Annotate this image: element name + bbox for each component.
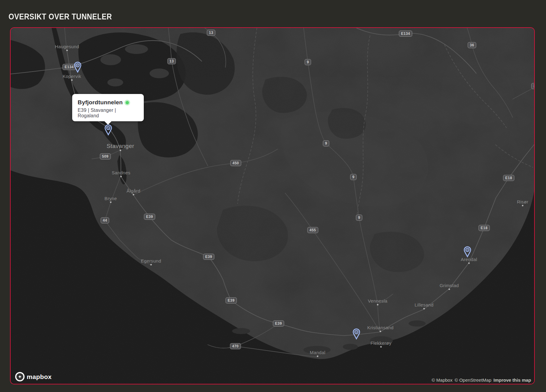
road-shield: E39: [273, 320, 284, 327]
mapbox-logo[interactable]: mapbox: [15, 372, 52, 381]
road-shield: E18: [503, 175, 514, 181]
road-shield: 9: [323, 140, 329, 146]
tunnel-marker[interactable]: [353, 328, 360, 340]
road-shield: 36: [468, 42, 476, 48]
city-dot: [423, 308, 425, 310]
map-overlays: HaugesundKopervikStavangerSandnesÅlgårdB…: [11, 28, 534, 384]
status-dot: [126, 101, 129, 104]
road-shield: 9: [350, 174, 356, 180]
city-label: Arendal: [461, 257, 477, 262]
road-shield: 13: [207, 30, 215, 36]
page-title: OVERSIKT OVER TUNNELER: [8, 12, 112, 22]
road-shield: E134: [399, 31, 412, 37]
road-shield: 509: [100, 153, 111, 159]
city-dot: [133, 194, 134, 196]
city-label: Flekkerøy: [371, 340, 392, 346]
road-shield: 450: [230, 160, 241, 166]
road-shield: E18: [479, 225, 490, 231]
attribution-link-osm[interactable]: © OpenStreetMap: [455, 377, 491, 383]
city-dot: [71, 79, 73, 81]
mapbox-logo-icon: [15, 372, 25, 381]
road-shield: 3: [531, 83, 535, 89]
map-attribution: © Mapbox © OpenStreetMap Improve this ma…: [432, 377, 531, 383]
map-frame[interactable]: HaugesundKopervikStavangerSandnesÅlgårdB…: [10, 27, 535, 384]
city-dot: [468, 263, 470, 264]
city-dot: [377, 304, 379, 306]
tunnel-marker[interactable]: [464, 246, 471, 257]
road-shield: 13: [167, 58, 176, 64]
city-dot: [380, 346, 382, 348]
road-shield: 9: [356, 215, 362, 221]
improve-map-link[interactable]: Improve this map: [494, 377, 531, 383]
popup-subtitle: E39 | Stavanger | Rogaland: [78, 108, 138, 119]
city-label: Kristiansand: [367, 325, 394, 330]
road-shield: E39: [203, 254, 214, 260]
city-label: Ålgård: [126, 188, 140, 193]
city-dot: [150, 264, 152, 266]
city-label: Risør: [517, 199, 528, 204]
map-popup: Byfjordtunnelen E39 | Stavanger | Rogala…: [72, 94, 144, 121]
city-dot: [120, 150, 121, 151]
mapbox-wordmark: mapbox: [27, 373, 52, 380]
city-dot: [317, 356, 318, 357]
city-label: Bryne: [105, 196, 117, 201]
tunnel-marker-selected[interactable]: [105, 124, 112, 136]
city-dot: [120, 176, 122, 177]
city-dot: [449, 289, 450, 290]
city-label: Mandal: [310, 350, 325, 355]
city-dot: [380, 331, 381, 332]
city-label: Kopervik: [62, 74, 81, 79]
city-label: Vennesla: [368, 298, 388, 303]
road-shield: 470: [230, 343, 241, 349]
road-shield: 455: [307, 227, 318, 233]
city-dot: [110, 202, 112, 203]
attribution-link-mapbox[interactable]: © Mapbox: [432, 377, 453, 383]
city-label: Stavanger: [106, 143, 134, 149]
road-shield: E39: [226, 297, 237, 303]
city-dot: [522, 205, 524, 206]
popup-title: Byfjordtunnelen: [78, 99, 123, 106]
road-shield: 9: [305, 59, 311, 65]
city-label: Egersund: [141, 258, 161, 263]
road-shield: 44: [101, 217, 109, 223]
city-label: Lillesand: [415, 302, 433, 307]
city-dot: [66, 50, 68, 51]
tunnel-marker[interactable]: [74, 62, 82, 73]
city-label: Sandnes: [112, 170, 130, 175]
city-label: Grimstad: [440, 283, 459, 288]
road-shield: E39: [144, 214, 155, 220]
city-label: Haugesund: [55, 44, 79, 49]
mapbox-star-icon: [18, 374, 22, 379]
